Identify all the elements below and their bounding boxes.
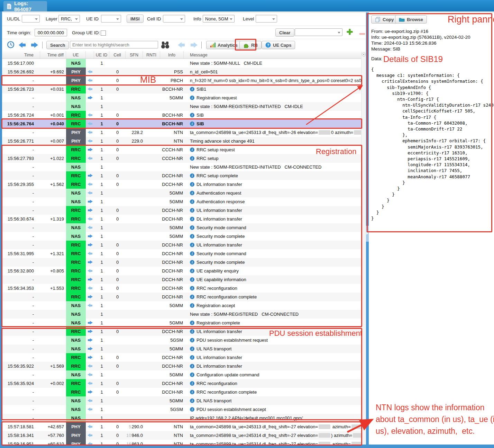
cell-time-diff: +0.007 xyxy=(40,137,66,145)
log-row[interactable]: -RRC10CCCH-NRiRRC setup request xyxy=(2,145,361,154)
header-ue[interactable]: UE xyxy=(66,51,86,59)
header-rnti[interactable]: RNTI xyxy=(143,51,160,59)
log-row[interactable]: -NAS15GSMiPDU session establishment acce… xyxy=(2,405,361,414)
downlink-arrow-icon xyxy=(88,433,93,437)
header-time-diff[interactable]: Time diff xyxy=(40,51,66,59)
layer-select[interactable]: RRC, xyxy=(58,15,80,23)
log-row[interactable]: 15:56:26.764+0.040RRC10BCCH-NRiSIB xyxy=(2,119,361,128)
ueid-select[interactable] xyxy=(101,15,121,23)
imsi-button[interactable]: IMSI xyxy=(127,15,144,23)
log-row[interactable]: -NAS1New state : 5GMM-REGISTERED CM-CONN… xyxy=(2,310,361,319)
log-table-header: Time Time diff UE UE ID Cell SFN RNTI In… xyxy=(2,51,361,59)
log-row[interactable]: -RRC10DCCH-NRiUE capability information xyxy=(2,275,361,284)
table-scrollbar-top-button[interactable] xyxy=(362,53,366,56)
log-row[interactable]: -NAS15GMMiRegistration complete xyxy=(2,319,361,327)
cell-time: 15:57:18.581 xyxy=(2,422,40,431)
logs-tab[interactable]: Logs: 864087 xyxy=(3,1,47,11)
cell-time-diff: +0.031 xyxy=(40,85,66,93)
group-ueid-checkbox[interactable] xyxy=(101,30,106,36)
log-row[interactable]: -NAS15GMMiAuthentication request xyxy=(2,189,361,197)
search-input[interactable] xyxy=(70,41,158,48)
log-row[interactable]: -NAS1New state : 5GMM-REGISTERED-INITIAT… xyxy=(2,163,361,171)
log-row[interactable]: -NAS15GMMiUL NAS transport xyxy=(2,344,361,353)
prev-marker-button[interactable] xyxy=(19,42,26,48)
log-row[interactable]: 15:58:16.341+57.760PHY1010946.0NTNta_com… xyxy=(2,431,361,440)
cell-time: - xyxy=(2,241,40,249)
log-row[interactable]: 15:56:30.674+1.319RRC10DCCH-NRiDL inform… xyxy=(2,215,361,223)
cell-ue: NAS xyxy=(66,396,86,405)
log-row[interactable]: -NAS1IP addr=192.168.2.2 APN='default.mn… xyxy=(2,414,361,422)
log-row[interactable]: 15:56:26.723+0.031RRC10BCCH-NRiSIB1 xyxy=(2,85,361,93)
level-select[interactable] xyxy=(256,15,277,23)
log-row[interactable]: 15:56:35.922+1.569RRC10DCCH-NRiDL inform… xyxy=(2,362,361,370)
log-row[interactable]: -NAS15GMMiRegistration request xyxy=(2,93,361,102)
splitter-collapse-handle[interactable] xyxy=(366,226,369,242)
log-row[interactable]: 15:57:18.581+42.657PHY105290.0NTNta_comm… xyxy=(2,422,361,431)
remove-filter-button[interactable] xyxy=(359,31,365,36)
cell-time-diff: +0.002 xyxy=(40,379,66,388)
log-row[interactable]: -NAS15GMMiAuthentication response xyxy=(2,197,361,206)
header-ueid[interactable]: UE ID xyxy=(94,51,109,59)
log-row[interactable]: 15:56:27.793+1.022RRC10CCCH-NRiRRC setup xyxy=(2,154,361,163)
cell-ue: RRC xyxy=(66,154,86,163)
log-row[interactable]: 15:56:17.000NAS1New state : 5GMM-NULL CM… xyxy=(2,59,361,68)
browse-button[interactable]: Browse xyxy=(395,15,427,24)
log-row[interactable]: -NAS15GMMiDL NAS transport xyxy=(2,396,361,405)
search-button[interactable]: Search xyxy=(46,41,69,49)
log-row[interactable]: -RRC10DCCH-NRiRRC reconfiguration comple… xyxy=(2,388,361,396)
log-row[interactable]: -RRC10DCCH-NRiUL information transfer xyxy=(2,241,361,249)
find-button[interactable] xyxy=(161,41,170,50)
cell-cellid xyxy=(109,301,126,310)
log-row[interactable]: -RRC10DCCH-NRiRRC reconfiguration comple… xyxy=(2,293,361,301)
table-scrollbar[interactable] xyxy=(361,52,366,445)
log-row[interactable]: 15:56:26.692+9.692PHY0PSSn_id_cell=501 xyxy=(2,68,361,76)
search-toolbar: Search Analytics RB xyxy=(2,39,366,51)
header-cell[interactable]: Cell xyxy=(109,51,126,59)
log-row[interactable]: 15:56:35.924+0.002RRC10DCCH-NRiRRC recon… xyxy=(2,379,361,388)
header-sfn[interactable]: SFN xyxy=(126,51,143,59)
rb-button[interactable]: RB xyxy=(239,41,262,49)
log-row[interactable]: 15:56:29.355+1.562RRC10DCCH-NRiDL inform… xyxy=(2,180,361,189)
log-row[interactable]: 15:56:26.771+0.007PHY10229.0NTNTiming ad… xyxy=(2,137,361,145)
cell-ueid: 1 xyxy=(94,414,109,422)
log-row[interactable]: -RRC10DCCH-NRiRRC setup complete xyxy=(2,171,361,180)
log-row[interactable]: 15:56:31.995+1.321RRC10DCCH-NRiSecurity … xyxy=(2,249,361,258)
log-row[interactable]: -RRC10DCCH-NRiUL information transfer xyxy=(2,353,361,362)
log-row[interactable]: -RRC10DCCH-NRiUL information transfer xyxy=(2,327,361,336)
cell-direction xyxy=(86,102,94,111)
log-row[interactable]: -RRC10DCCH-NRiSecurity mode complete xyxy=(2,258,361,267)
log-row[interactable]: -RRC10DCCH-NRiUL information transfer xyxy=(2,206,361,215)
log-row[interactable]: -NAS15GMMiSecurity mode complete xyxy=(2,232,361,241)
log-row[interactable]: 15:56:26.724+0.001RRC10BCCH-NRiSIB xyxy=(2,111,361,119)
analytics-button[interactable]: Analytics xyxy=(206,41,241,49)
time-navigation-button[interactable] xyxy=(7,41,15,50)
header-message[interactable]: Message xyxy=(184,51,361,59)
time-origin-input[interactable] xyxy=(35,29,67,36)
cell-sfn xyxy=(126,163,143,171)
prev-match-button[interactable] xyxy=(178,42,185,48)
cell-info: DCCH-NR xyxy=(160,171,184,180)
log-row[interactable]: -NAS15GSMiPDU session establishment requ… xyxy=(2,336,361,344)
uldl-select[interactable] xyxy=(22,15,40,23)
log-row[interactable]: -NAS15GMMiRegistration accept xyxy=(2,301,361,310)
next-marker-button[interactable] xyxy=(30,42,38,48)
log-row[interactable]: -NAS1New state : 5GMM-REGISTERED-INITIAT… xyxy=(2,102,361,111)
clear-button[interactable]: Clear xyxy=(275,28,294,37)
highlight-filter-select[interactable] xyxy=(295,28,342,36)
uecaps-button[interactable]: ? UE Caps xyxy=(262,41,295,49)
log-row[interactable]: -PHY0PBCHn_f=320 hf_num=0 ssb_idx=0 mu_b… xyxy=(2,76,361,85)
info-select[interactable]: None, 5GM xyxy=(203,15,235,23)
add-filter-button[interactable] xyxy=(346,28,353,36)
log-row[interactable]: -NAS15GMMiConfiguration update command xyxy=(2,370,361,379)
log-row[interactable]: 15:56:34.353+1.553RRC10DCCH-NRiRRC recon… xyxy=(2,284,361,293)
cell-ueid: 1 xyxy=(94,154,109,163)
header-info[interactable]: Info xyxy=(160,51,184,59)
header-time[interactable]: Time xyxy=(2,51,40,59)
log-row[interactable]: 15:56:32.800+0.805RRC10DCCH-NRiUE capabi… xyxy=(2,267,361,275)
header-direction[interactable] xyxy=(86,51,94,59)
log-row[interactable]: -NAS15GMMiSecurity mode command xyxy=(2,223,361,232)
copy-button[interactable]: Copy xyxy=(371,15,398,24)
log-row[interactable]: -PHY10228.2NTNta_common=245898 ta_ue=245… xyxy=(2,128,361,137)
cellid-select[interactable] xyxy=(163,15,185,23)
next-match-button[interactable] xyxy=(190,42,198,48)
